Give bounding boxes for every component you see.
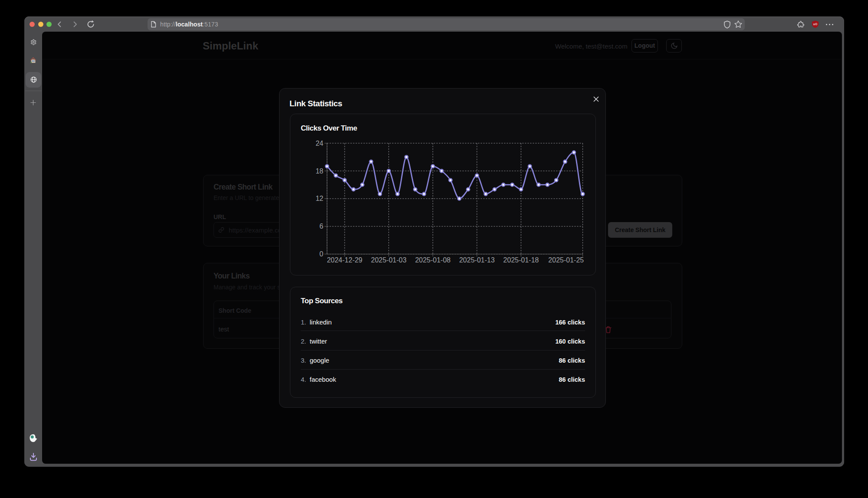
svg-text:2025-01-18: 2025-01-18 [503,256,539,263]
svg-text:2025-01-03: 2025-01-03 [371,256,407,263]
svg-text:2025-01-25: 2025-01-25 [548,256,584,263]
svg-text:24: 24 [316,139,323,147]
svg-text:6: 6 [319,223,323,230]
svg-text:2025-01-13: 2025-01-13 [459,256,495,263]
svg-text:18: 18 [316,167,323,174]
svg-text:12: 12 [316,195,323,202]
svg-text:2025-01-08: 2025-01-08 [415,256,450,263]
svg-text:0: 0 [319,250,323,258]
svg-text:uO: uO [813,23,817,26]
svg-text:2024-12-29: 2024-12-29 [327,256,362,263]
